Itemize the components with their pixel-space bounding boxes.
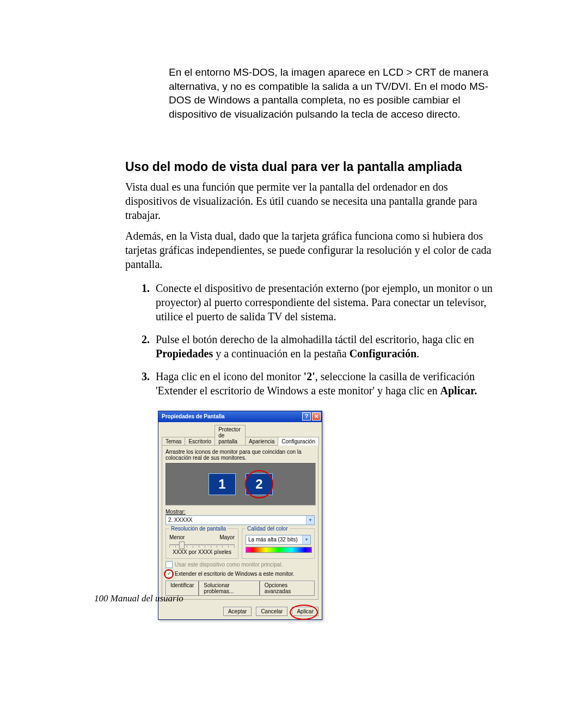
document-page: En el entorno MS-DOS, la imagen aparece … <box>0 0 588 713</box>
extend-checkbox[interactable]: ✓ <box>166 570 173 577</box>
intro-paragraph-2: Además, en la Vista dual, dado que la ta… <box>125 229 495 271</box>
step-2: Pulse el botón derecho de la almohadilla… <box>152 332 495 361</box>
close-button[interactable]: ✕ <box>312 412 321 421</box>
step-2-text-c: y a continuación en la pestaña <box>213 348 349 359</box>
tab-body: Arrastre los iconos de monitor para que … <box>162 445 318 600</box>
slider-thumb-icon[interactable] <box>179 541 185 549</box>
extend-desktop-checkbox-row[interactable]: ✓ Extender el escritorio de Windows a es… <box>166 570 315 577</box>
ok-button[interactable]: Aceptar <box>223 607 252 616</box>
tab-protector[interactable]: Protector de pantalla <box>215 425 246 446</box>
resolution-group: Resolución de pantalla Menor Mayor XXXX … <box>166 528 238 559</box>
primary-checkbox <box>166 561 173 568</box>
step-2-bold-propiedades: Propiedades <box>156 348 213 359</box>
dialog-bottom-buttons: Aceptar Cancelar Aplicar <box>158 604 322 619</box>
step-1: Conecte el dispositivo de presentación e… <box>152 281 495 324</box>
color-group-title: Calidad del color <box>246 526 290 532</box>
step-3-text-a: Haga clic en el icono del monitor <box>156 370 304 382</box>
tab-configuracion[interactable]: Configuración <box>278 437 319 446</box>
help-button[interactable]: ? <box>302 412 311 421</box>
step-2-bold-configuracion: Configuración <box>350 348 416 359</box>
monitor-1-icon[interactable]: 1 <box>209 473 236 495</box>
tab-escritorio[interactable]: Escritorio <box>185 437 215 446</box>
mostrar-label: Mostrar: <box>166 509 315 515</box>
resolution-value: XXXX por XXXX píxeles <box>169 549 235 555</box>
display-properties-dialog: Propiedades de Pantalla ? ✕ Temas Escrit… <box>158 411 322 620</box>
res-min-label: Menor <box>169 534 185 540</box>
chevron-down-icon[interactable]: ▾ <box>302 535 310 544</box>
primary-monitor-checkbox-row: Usar este dispositivo como monitor princ… <box>166 561 315 568</box>
display-dropdown-value: 2. XXXXX <box>166 517 306 523</box>
chevron-down-icon[interactable]: ▾ <box>306 516 314 525</box>
step-2-text-a: Pulse el botón derecho de la almohadilla… <box>156 333 474 345</box>
res-max-label: Mayor <box>219 534 235 540</box>
resolution-group-title: Resolución de pantalla <box>169 526 228 532</box>
drag-instruction: Arrastre los iconos de monitor para que … <box>166 449 315 461</box>
step-3-bold-2: '2' <box>304 370 315 382</box>
tab-apariencia[interactable]: Apariencia <box>245 437 278 446</box>
page-footer: 100 Manual del usuario <box>94 593 183 604</box>
troubleshoot-button[interactable]: Solucionar problemas... <box>199 581 260 596</box>
steps-list: Conecte el dispositivo de presentación e… <box>125 281 495 398</box>
intro-paragraph-1: Vista dual es una función que permite ve… <box>125 180 495 222</box>
dialog-titlebar[interactable]: Propiedades de Pantalla ? ✕ <box>158 411 322 422</box>
step-2-text-e: . <box>416 348 419 359</box>
monitor-2-icon[interactable]: 2 <box>246 473 273 495</box>
tab-strip: Temas Escritorio Protector de pantalla A… <box>158 422 322 446</box>
msdos-note: En el entorno MS-DOS, la imagen aparece … <box>169 65 495 121</box>
resolution-slider[interactable] <box>169 541 235 548</box>
extend-checkbox-label: Extender el escritorio de Windows a este… <box>175 571 295 577</box>
step-3: Haga clic en el icono del monitor '2', s… <box>152 369 495 398</box>
primary-checkbox-label: Usar este dispositivo como monitor princ… <box>175 562 283 568</box>
step-3-bold-aplicar: Aplicar. <box>440 385 477 397</box>
color-dropdown[interactable]: La más alta (32 bits) ▾ <box>246 535 311 545</box>
tab-temas[interactable]: Temas <box>162 437 185 446</box>
color-group: Calidad del color La más alta (32 bits) … <box>242 528 315 559</box>
section-heading: Uso del modo de vista dual para ver la p… <box>125 160 495 174</box>
monitor-arrangement[interactable]: 1 2 <box>166 463 316 505</box>
color-dropdown-value: La más alta (32 bits) <box>246 537 302 543</box>
apply-button[interactable]: Aplicar <box>292 607 318 616</box>
display-dropdown[interactable]: 2. XXXXX ▾ <box>166 515 315 525</box>
advanced-button[interactable]: Opciones avanzadas <box>260 581 315 596</box>
cancel-button[interactable]: Cancelar <box>256 607 287 616</box>
color-spectrum-icon <box>246 547 312 553</box>
dialog-title: Propiedades de Pantalla <box>162 413 225 419</box>
